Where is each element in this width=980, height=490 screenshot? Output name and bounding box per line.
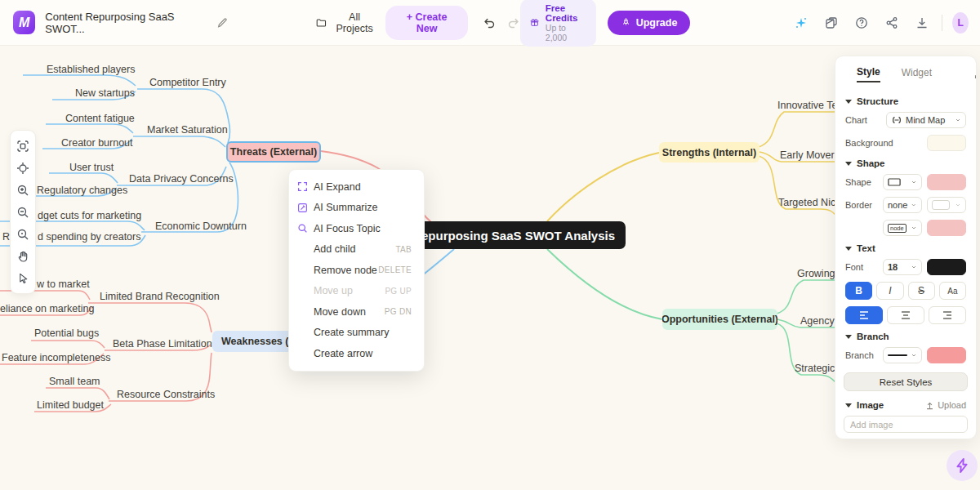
topic-label[interactable]: d spending by creators xyxy=(38,231,140,243)
redo-icon xyxy=(507,16,520,29)
canvas-toolbar xyxy=(10,130,36,294)
branch-label: Branch xyxy=(845,350,883,360)
shape-type-dropdown[interactable] xyxy=(883,174,922,190)
help-icon[interactable] xyxy=(855,16,868,29)
node-opportunities[interactable]: Opportunities (External) xyxy=(662,309,777,330)
chart-dropdown[interactable]: Mind Map xyxy=(886,112,966,128)
cursor-icon[interactable] xyxy=(11,267,34,289)
topic-label[interactable]: dget cuts for marketing xyxy=(38,210,141,221)
topic-label[interactable]: Small team xyxy=(49,376,100,387)
tab-widget[interactable]: Widget xyxy=(902,67,932,82)
theme-sparkle-icon[interactable] xyxy=(795,16,808,29)
menu-item-remove-node[interactable]: Remove node DELETE xyxy=(289,260,424,281)
download-icon[interactable] xyxy=(915,16,929,29)
menu-item-create-summary[interactable]: Create summary xyxy=(289,323,424,344)
rocket-icon xyxy=(621,17,631,28)
font-color-swatch[interactable] xyxy=(927,259,966,275)
topic-label[interactable]: Creator burnout xyxy=(61,137,133,149)
topic-label[interactable]: eliance on marketing xyxy=(0,303,94,314)
topic-label[interactable]: Market Saturation xyxy=(147,124,228,136)
text-case-button[interactable]: Aa xyxy=(939,282,966,300)
tab-style[interactable]: Style xyxy=(857,66,880,82)
topic-label[interactable]: w to market xyxy=(37,278,90,290)
topic-label[interactable]: R xyxy=(2,231,10,243)
menu-item-ai-expand[interactable]: AI Expand xyxy=(289,176,424,198)
topic-label[interactable]: Data Privacy Concerns xyxy=(129,173,234,185)
reset-styles-button[interactable]: Reset Styles xyxy=(844,372,968,391)
menu-item-create-arrow[interactable]: Create arrow xyxy=(289,343,424,364)
section-structure[interactable]: Structure xyxy=(845,96,966,106)
border-label: Border xyxy=(845,200,883,210)
templates-icon[interactable] xyxy=(825,16,838,29)
topic-label[interactable]: Competitor Entry xyxy=(149,77,226,88)
topbar-divider xyxy=(942,15,942,31)
undo-icon[interactable] xyxy=(483,16,496,29)
strikethrough-button[interactable]: S xyxy=(908,282,935,300)
background-color-swatch[interactable] xyxy=(927,135,966,151)
style-panel: Style Widget Structure Chart Mind Map xyxy=(835,56,977,439)
topic-label[interactable]: Potential bugs xyxy=(34,327,99,339)
node-threats[interactable]: Threats (External) xyxy=(226,141,321,163)
expand-panel-icon[interactable] xyxy=(974,69,977,79)
section-text[interactable]: Text xyxy=(845,243,966,253)
hand-icon[interactable] xyxy=(11,245,34,267)
menu-item-ai-focus-topic[interactable]: AI Focus Topic xyxy=(289,218,424,239)
line-style-glyph xyxy=(888,354,907,356)
topic-label[interactable]: Established players xyxy=(47,64,135,75)
font-size-dropdown[interactable]: 18 xyxy=(883,259,922,275)
node-strengths[interactable]: Strengths (Internal) xyxy=(659,142,760,163)
align-right-button[interactable] xyxy=(929,306,966,324)
menu-item-ai-summarize[interactable]: AI Summarize xyxy=(289,198,424,219)
chevron-down-icon xyxy=(911,202,917,208)
ai-assistant-button[interactable] xyxy=(947,450,978,481)
menu-item-add-child[interactable]: Add child TAB xyxy=(289,239,424,261)
topic-label[interactable]: New startups xyxy=(75,87,135,99)
border-color-dropdown[interactable] xyxy=(927,197,966,213)
collapse-triangle-icon xyxy=(845,403,852,408)
topic-label[interactable]: Beta Phase Limitations xyxy=(113,338,217,350)
upgrade-button[interactable]: Upgrade xyxy=(608,11,691,35)
edit-title-icon[interactable] xyxy=(216,17,228,29)
free-credits-pill[interactable]: Free Credits Up to 2,000 xyxy=(520,0,596,47)
node-scope-dropdown[interactable]: node xyxy=(883,220,922,236)
folder-icon xyxy=(316,17,327,29)
node-fill-swatch[interactable] xyxy=(927,220,966,236)
zoom-in-icon[interactable] xyxy=(11,179,34,201)
topic-label[interactable]: Regulatory changes xyxy=(37,185,127,196)
menu-item-move-up: Move up PG UP xyxy=(289,281,424,302)
menu-item-move-down[interactable]: Move down PG DN xyxy=(289,301,424,323)
user-avatar[interactable]: L xyxy=(952,12,969,33)
section-branch[interactable]: Branch xyxy=(845,332,966,341)
topic-label[interactable]: Resource Constraints xyxy=(117,389,215,400)
zoom-reset-icon[interactable] xyxy=(11,223,34,245)
fit-view-icon[interactable] xyxy=(11,135,34,157)
lightning-icon xyxy=(954,457,970,474)
branch-color-swatch[interactable] xyxy=(927,347,966,363)
align-left-button[interactable] xyxy=(845,306,883,324)
mind-map-canvas[interactable]: Established players Competitor Entry New… xyxy=(0,0,980,490)
locate-icon[interactable] xyxy=(11,157,34,179)
bold-button[interactable]: B xyxy=(845,282,872,300)
section-image[interactable]: Image Upload xyxy=(845,400,966,410)
upload-image-button[interactable]: Upload xyxy=(925,400,966,410)
branch-style-dropdown[interactable] xyxy=(883,347,922,363)
topic-label[interactable]: Limited budget xyxy=(37,399,104,411)
create-new-button[interactable]: + Create New xyxy=(385,6,467,40)
topic-label[interactable]: Feature incompleteness xyxy=(2,352,110,363)
topic-label[interactable]: Limited Brand Recognition xyxy=(100,291,220,302)
topic-label[interactable]: Content fatigue xyxy=(65,113,135,124)
add-image-input[interactable] xyxy=(844,416,968,433)
upload-icon xyxy=(925,401,934,410)
topic-label[interactable]: Economic Downturn xyxy=(155,220,247,232)
align-center-button[interactable] xyxy=(887,306,924,324)
topic-label[interactable]: User trust xyxy=(69,162,114,173)
share-icon[interactable] xyxy=(885,16,898,29)
zoom-out-icon[interactable] xyxy=(11,201,34,223)
node-scope-glyph: node xyxy=(888,224,906,233)
app-logo[interactable]: M xyxy=(13,11,35,34)
all-projects-button[interactable]: All Projects xyxy=(316,11,378,34)
section-shape[interactable]: Shape xyxy=(845,158,966,168)
border-style-dropdown[interactable]: none xyxy=(883,197,922,213)
italic-button[interactable]: I xyxy=(876,282,903,300)
shape-fill-swatch[interactable] xyxy=(927,174,966,190)
